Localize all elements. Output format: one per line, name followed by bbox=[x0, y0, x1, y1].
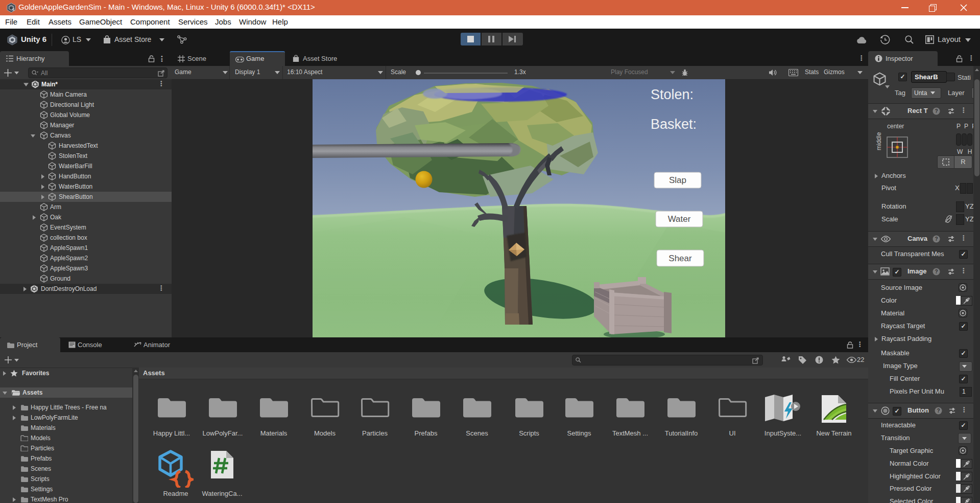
svg-text:?: ? bbox=[937, 408, 940, 414]
svg-text:Shear: Shear bbox=[668, 254, 692, 263]
svg-text:Stolen:: Stolen: bbox=[651, 87, 694, 102]
svg-text:?: ? bbox=[935, 108, 938, 114]
svg-text:6: 6 bbox=[12, 7, 15, 12]
svg-text:Water: Water bbox=[668, 214, 691, 224]
svg-text:Basket:: Basket: bbox=[651, 117, 697, 132]
svg-text:?: ? bbox=[935, 236, 938, 242]
svg-text:?: ? bbox=[935, 269, 938, 275]
svg-text:Slap: Slap bbox=[669, 175, 686, 185]
